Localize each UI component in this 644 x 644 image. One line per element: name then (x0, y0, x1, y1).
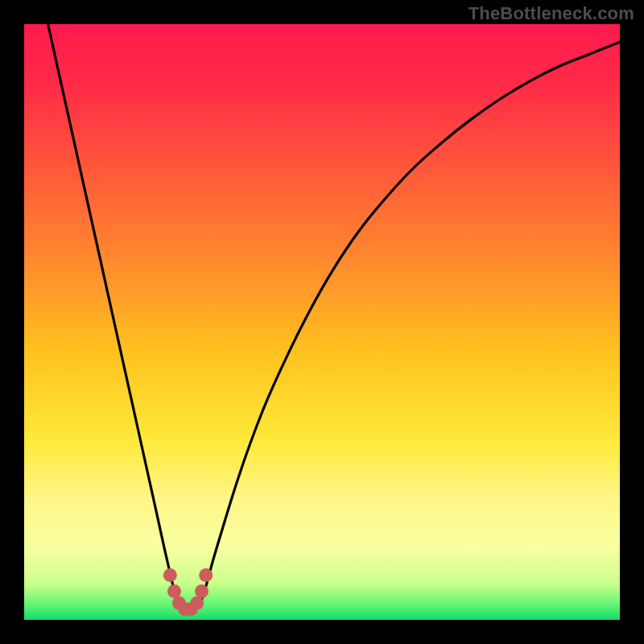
optimum-marker (199, 568, 213, 582)
chart-container (24, 24, 620, 620)
optimum-marker (190, 597, 204, 610)
optimum-marker (163, 568, 177, 582)
watermark-label: TheBottleneck.com (469, 3, 634, 24)
optimum-marker (195, 584, 208, 598)
bottleneck-chart (24, 24, 620, 620)
outer-frame: TheBottleneck.com (0, 0, 644, 644)
optimum-marker (167, 584, 181, 598)
